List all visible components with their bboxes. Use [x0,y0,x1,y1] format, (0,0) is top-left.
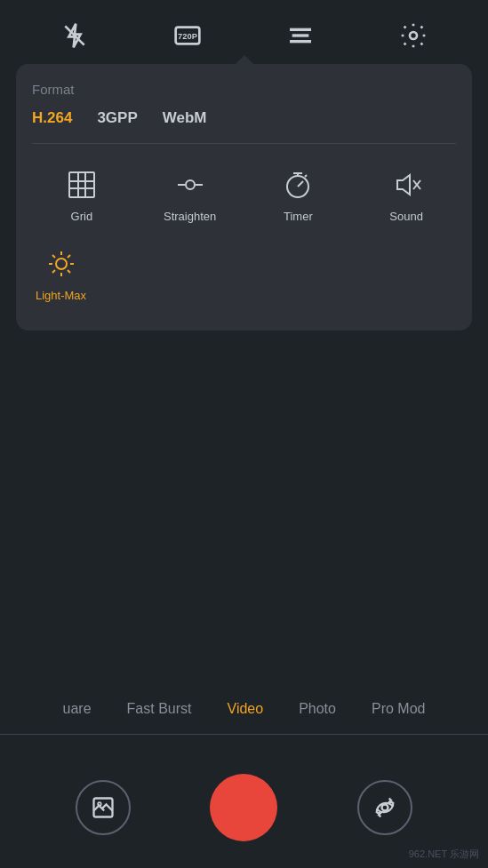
bottom-controls [0,774,488,841]
svg-line-18 [298,181,303,187]
tool-timer[interactable]: Timer [249,160,348,230]
format-webm[interactable]: WebM [163,109,207,127]
svg-line-28 [52,255,55,258]
straighten-icon [172,167,208,203]
tools-grid: Grid Straighten [32,160,456,230]
mode-promod[interactable]: Pro Mod [354,692,443,726]
svg-point-12 [186,180,195,189]
settings-button[interactable] [394,16,433,55]
svg-rect-7 [69,172,94,197]
tool-straighten[interactable]: Straighten [140,160,240,230]
mode-photo[interactable]: Photo [281,692,354,726]
svg-line-31 [52,270,55,273]
format-options: H.264 3GPP WebM [32,109,456,127]
settings-panel: Format H.264 3GPP WebM Grid [16,64,472,330]
timer-icon [280,167,316,203]
flip-camera-button[interactable] [357,780,412,835]
format-3gpp[interactable]: 3GPP [97,109,137,127]
grid-label: Grid [71,210,93,223]
brightness-icon [44,246,79,282]
gallery-button[interactable] [76,780,131,835]
svg-point-23 [56,259,67,269]
format-label: Format [32,82,456,97]
timer-label: Timer [284,210,313,223]
grid-icon [64,167,100,203]
svg-text:720P: 720P [178,32,197,41]
svg-point-6 [410,32,417,39]
sound-label: Sound [389,210,423,223]
mode-square[interactable]: uare [45,692,109,726]
sound-off-icon [388,167,424,203]
straighten-label: Straighten [164,210,216,223]
mode-video[interactable]: Video [210,692,282,726]
menu-button[interactable] [281,16,320,55]
modes-bar: uare Fast Burst Video Photo Pro Mod [0,692,488,726]
resolution-button[interactable]: 720P [168,16,207,55]
tool-grid[interactable]: Grid [32,160,132,230]
svg-point-34 [382,805,388,811]
record-button[interactable] [210,774,277,841]
panel-divider [32,143,456,144]
panel-arrow [236,55,253,64]
tools-row2: Light-Max [32,239,456,309]
mode-fastburst[interactable]: Fast Burst [109,692,210,726]
flash-button[interactable] [55,16,94,55]
watermark: 962.NET 乐游网 [409,848,479,861]
svg-line-30 [68,255,70,258]
format-h264[interactable]: H.264 [32,109,72,127]
svg-line-29 [68,270,70,273]
modes-divider [0,734,488,735]
tool-sound[interactable]: Sound [356,160,456,230]
svg-line-19 [305,175,307,177]
lightmax-label: Light-Max [36,289,86,302]
tool-lightmax[interactable]: Light-Max [32,239,90,309]
svg-marker-20 [397,175,410,195]
